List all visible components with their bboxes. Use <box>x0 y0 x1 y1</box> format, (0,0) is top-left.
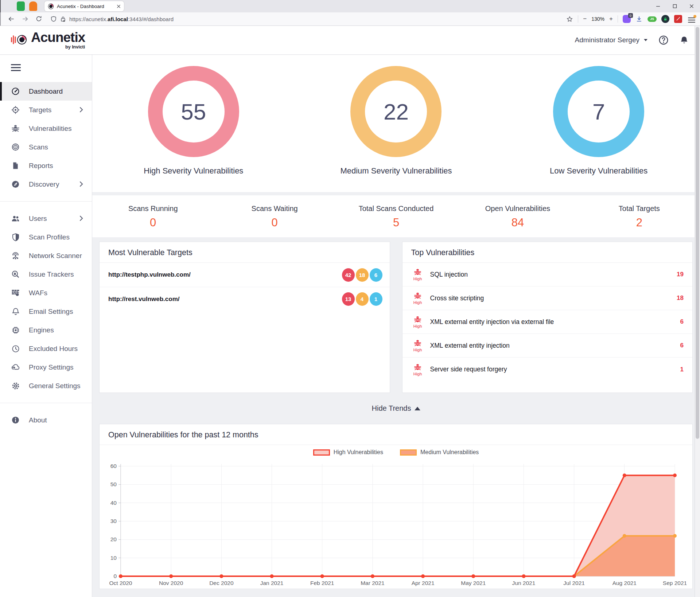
sidebar-item-network-scanner[interactable]: Network Scanner <box>0 246 92 265</box>
medium-severity-count: 22 <box>384 99 409 125</box>
target-url[interactable]: http://testphp.vulnweb.com/ <box>108 271 191 278</box>
sidebar-item-proxy-settings[interactable]: Proxy Settings <box>0 358 92 376</box>
vulnerability-row[interactable]: High XML external entity injection 6 <box>402 334 693 358</box>
sidebar-item-dashboard[interactable]: Dashboard <box>0 82 92 101</box>
chevron-up-icon <box>415 407 420 410</box>
vulnerability-count: 6 <box>680 342 684 349</box>
sidebar-item-scans[interactable]: Scans <box>0 138 92 156</box>
vulnerability-row[interactable]: High XML external entity injection via e… <box>402 310 693 334</box>
sidebar-item-targets[interactable]: Targets <box>0 101 92 119</box>
sidebar-item-about[interactable]: About <box>0 411 92 429</box>
vulnerability-name[interactable]: Cross site scripting <box>430 294 677 302</box>
acunetix-logo: Acunetix by Invicti <box>11 31 85 50</box>
extension-purple-icon[interactable]: 0 <box>623 15 631 23</box>
chevron-down-icon <box>643 39 648 42</box>
zoom-out-button[interactable]: − <box>583 15 587 23</box>
high-severity-bug-icon <box>413 339 422 347</box>
high-severity-bug-icon <box>413 268 422 276</box>
acunetix-logo-mark <box>11 32 28 48</box>
window-maximize-button[interactable] <box>666 0 683 12</box>
help-icon[interactable] <box>658 35 669 46</box>
downloads-icon[interactable] <box>635 15 643 23</box>
excluded-hours-clock-icon <box>11 344 20 354</box>
user-menu[interactable]: Administrator Sergey <box>575 36 648 44</box>
notifications-bell-icon[interactable] <box>679 35 689 45</box>
extension-badge: 0 <box>628 13 633 18</box>
vulnerability-name[interactable]: Server side request forgery <box>430 366 680 373</box>
window-close-button[interactable] <box>683 0 700 12</box>
stat-open-vulnerabilities: Open Vulnerabilities 84 <box>457 204 578 237</box>
severity-label: High <box>413 324 422 328</box>
sidebar-item-excluded-hours[interactable]: Excluded Hours <box>0 339 92 358</box>
medium-severity-donut: 22 Medium Severity Vulnerabilities <box>305 66 487 192</box>
sidebar-item-wafs[interactable]: WAFs <box>0 284 92 302</box>
reload-icon[interactable] <box>35 15 43 23</box>
target-url[interactable]: http://rest.vulnweb.com/ <box>108 296 180 303</box>
svg-text:10: 10 <box>110 555 117 561</box>
connection-lock-warning-icon[interactable] <box>60 16 66 22</box>
chevron-right-icon <box>79 107 83 113</box>
trends-card: Open Vulnerabilities for the past 12 mon… <box>99 424 693 589</box>
stat-total-targets: Total Targets 2 <box>579 204 700 237</box>
low-severity-ring: 7 <box>553 66 644 157</box>
vulnerability-row[interactable]: High SQL injection 19 <box>402 263 693 286</box>
severity-label: High <box>413 348 422 352</box>
svg-text:40: 40 <box>110 500 117 506</box>
tracking-protection-shield-icon[interactable] <box>50 16 57 22</box>
medium-count-badge: 4 <box>356 292 369 306</box>
wafs-firewall-icon <box>11 288 20 298</box>
trends-chart-title: Open Vulnerabilities for the past 12 mon… <box>100 424 692 445</box>
stat-scans-running: Scans Running 0 <box>92 204 214 237</box>
zoom-level[interactable]: 130% <box>591 16 604 22</box>
vulnerability-row[interactable]: High Server side request forgery 1 <box>402 358 693 381</box>
svg-text:Mar 2021: Mar 2021 <box>361 580 384 586</box>
sidebar-item-discovery[interactable]: Discovery <box>0 175 92 194</box>
target-row[interactable]: http://testphp.vulnweb.com/ 42 18 6 <box>100 263 390 287</box>
vulnerability-name[interactable]: XML external entity injection via extern… <box>430 318 680 326</box>
window-minimize-button[interactable] <box>650 0 666 12</box>
sidebar-item-email-settings[interactable]: Email Settings <box>0 302 92 321</box>
target-row[interactable]: http://rest.vulnweb.com/ 13 4 1 <box>100 287 390 311</box>
vulnerability-name[interactable]: XML external entity injection <box>430 342 680 350</box>
vulnerability-name[interactable]: SQL injection <box>430 271 677 278</box>
targets-icon <box>11 105 20 115</box>
hide-trends-toggle[interactable]: Hide Trends <box>92 393 700 424</box>
svg-text:60: 60 <box>110 463 117 469</box>
low-severity-donut: 7 Low Severity Vulnerabilities <box>508 66 690 192</box>
acunetix-favicon <box>48 3 54 9</box>
browser-tab[interactable]: Acunetix - Dashboard <box>44 1 124 11</box>
sidebar-item-users[interactable]: Users <box>0 209 92 228</box>
zoom-in-button[interactable]: + <box>609 15 613 23</box>
vulnerability-row[interactable]: High Cross site scripting 18 <box>402 286 693 310</box>
scrollbar-thumb[interactable] <box>696 27 699 439</box>
legend-medium[interactable]: Medium Vulnerabilities <box>400 449 479 456</box>
sidebar-item-vulnerabilities[interactable]: Vulnerabilities <box>0 119 92 138</box>
forward-icon[interactable] <box>22 15 29 23</box>
sidebar-item-reports[interactable]: Reports <box>0 156 92 175</box>
extension-wand-icon[interactable] <box>674 15 682 23</box>
bookmark-star-icon[interactable] <box>566 16 573 23</box>
legend-high[interactable]: High Vulnerabilities <box>313 449 383 456</box>
severity-label: High <box>413 372 422 376</box>
sidebar-toggle-hamburger-icon[interactable] <box>11 64 21 71</box>
toolbar-extension-orange-icon[interactable] <box>29 1 37 11</box>
main-content: 55 High Severity Vulnerabilities 22 Medi… <box>92 55 700 597</box>
sidebar-item-engines[interactable]: Engines <box>0 321 92 339</box>
toolbar-extension-green-icon[interactable] <box>17 1 25 11</box>
extension-js-toggle-icon[interactable]: JS <box>648 16 657 22</box>
back-icon[interactable] <box>8 15 15 23</box>
extension-privacy-icon[interactable] <box>661 15 669 23</box>
sidebar-item-scan-profiles[interactable]: Scan Profiles <box>0 228 92 246</box>
browser-menu-icon[interactable] <box>688 16 695 22</box>
app-header: Acunetix by Invicti Administrator Sergey <box>0 26 700 55</box>
sidebar-item-issue-trackers[interactable]: Issue Trackers <box>0 265 92 284</box>
svg-text:50: 50 <box>110 481 117 487</box>
svg-text:Aug 2021: Aug 2021 <box>612 580 637 586</box>
svg-text:Jan 2021: Jan 2021 <box>260 580 284 586</box>
tab-close-icon[interactable] <box>117 4 121 8</box>
address-bar[interactable]: https://acunetix.afi.local:3443/#/dashbo… <box>50 16 566 22</box>
svg-text:Feb 2021: Feb 2021 <box>310 580 334 586</box>
sidebar-item-general-settings[interactable]: General Settings <box>0 376 92 395</box>
top-vulnerabilities-title: Top Vulnerabilities <box>402 242 693 263</box>
page-scrollbar[interactable] <box>695 26 700 597</box>
